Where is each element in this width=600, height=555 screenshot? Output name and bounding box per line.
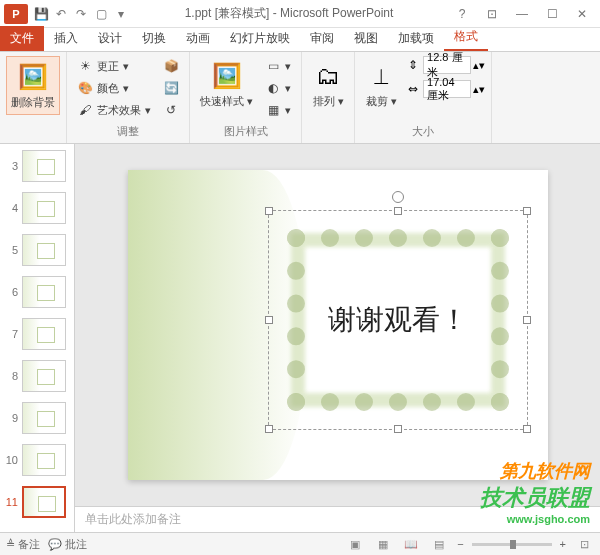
zoom-in-icon[interactable]: + — [560, 538, 566, 550]
crop-label: 裁剪 ▾ — [366, 94, 397, 109]
redo-icon[interactable]: ↷ — [72, 5, 90, 23]
height-value[interactable]: 12.8 厘米 — [423, 56, 471, 74]
thumb-preview[interactable] — [22, 360, 66, 392]
slideshow-view-icon[interactable]: ▤ — [429, 536, 449, 552]
remove-background-label: 删除背景 — [11, 95, 55, 110]
thumb-preview[interactable] — [22, 402, 66, 434]
title-bar: P 💾 ↶ ↷ ▢ ▾ 1.ppt [兼容模式] - Microsoft Pow… — [0, 0, 600, 28]
ribbon: 🖼️ 删除背景 ☀更正 ▾ 🎨颜色 ▾ 🖌艺术效果 ▾ 📦 🔄 ↺ 调整 🖼️ … — [0, 52, 600, 144]
color-button[interactable]: 🎨颜色 ▾ — [73, 78, 155, 98]
resize-handle[interactable] — [394, 425, 402, 433]
quick-styles-button[interactable]: 🖼️ 快速样式 ▾ — [196, 56, 257, 113]
slide[interactable]: 谢谢观看！ — [128, 170, 548, 480]
close-icon[interactable]: ✕ — [568, 4, 596, 24]
window-title: 1.ppt [兼容模式] - Microsoft PowerPoint — [130, 5, 448, 22]
undo-icon[interactable]: ↶ — [52, 5, 70, 23]
thumbnail[interactable]: 3 — [0, 148, 74, 184]
fit-window-icon[interactable]: ⊡ — [574, 536, 594, 552]
thumbnail-active[interactable]: 11 — [0, 484, 74, 520]
width-spinner[interactable]: ⇔ 17.04 厘米 ▴▾ — [405, 80, 485, 98]
slide-title-text: 谢谢观看！ — [328, 301, 468, 339]
maximize-icon[interactable]: ☐ — [538, 4, 566, 24]
slide-canvas-area[interactable]: 谢谢观看！ — [75, 144, 600, 506]
picture-border-button[interactable]: ▭▾ — [261, 56, 295, 76]
notes-toggle[interactable]: ≜ 备注 — [6, 537, 40, 552]
artistic-effects-button[interactable]: 🖌艺术效果 ▾ — [73, 100, 155, 120]
thumb-preview[interactable] — [22, 318, 66, 350]
arrange-label: 排列 ▾ — [313, 94, 344, 109]
compress-button[interactable]: 📦 — [159, 56, 183, 76]
thumb-preview[interactable] — [22, 486, 66, 518]
thumbnail[interactable]: 9 — [0, 400, 74, 436]
minimize-icon[interactable]: — — [508, 4, 536, 24]
remove-background-button[interactable]: 🖼️ 删除背景 — [6, 56, 60, 115]
resize-handle[interactable] — [523, 316, 531, 324]
compress-icon: 📦 — [163, 58, 179, 74]
thumb-preview[interactable] — [22, 150, 66, 182]
reset-picture-button[interactable]: ↺ — [159, 100, 183, 120]
tab-design[interactable]: 设计 — [88, 26, 132, 51]
selected-picture-frame[interactable]: 谢谢观看！ — [268, 210, 528, 430]
spinner-up-down-icon[interactable]: ▴▾ — [473, 59, 485, 72]
tab-addins[interactable]: 加载项 — [388, 26, 444, 51]
width-icon: ⇔ — [405, 81, 421, 97]
corrections-button[interactable]: ☀更正 ▾ — [73, 56, 155, 76]
picture-effects-button[interactable]: ◐▾ — [261, 78, 295, 98]
thumbnail[interactable]: 7 — [0, 316, 74, 352]
thumbnail[interactable]: 8 — [0, 358, 74, 394]
thumb-preview[interactable] — [22, 276, 66, 308]
layout-icon: ▦ — [265, 102, 281, 118]
normal-view-icon[interactable]: ▣ — [345, 536, 365, 552]
rotate-handle[interactable] — [392, 191, 404, 203]
thumb-number: 5 — [4, 244, 18, 256]
resize-handle[interactable] — [265, 207, 273, 215]
slide-editor: 谢谢观看！ 单击此处添加备注 — [75, 144, 600, 532]
picture-layout-button[interactable]: ▦▾ — [261, 100, 295, 120]
resize-handle[interactable] — [523, 207, 531, 215]
ribbon-group-background: 🖼️ 删除背景 — [0, 52, 67, 143]
spinner-up-down-icon[interactable]: ▴▾ — [473, 83, 485, 96]
thumb-number: 6 — [4, 286, 18, 298]
sorter-view-icon[interactable]: ▦ — [373, 536, 393, 552]
floral-frame-image: 谢谢观看！ — [283, 225, 513, 415]
tab-transitions[interactable]: 切换 — [132, 26, 176, 51]
thumbnail[interactable]: 10 — [0, 442, 74, 478]
save-icon[interactable]: 💾 — [32, 5, 50, 23]
tab-insert[interactable]: 插入 — [44, 26, 88, 51]
thumbnail[interactable]: 6 — [0, 274, 74, 310]
resize-handle[interactable] — [523, 425, 531, 433]
resize-handle[interactable] — [394, 207, 402, 215]
tab-animations[interactable]: 动画 — [176, 26, 220, 51]
height-spinner[interactable]: ⇕ 12.8 厘米 ▴▾ — [405, 56, 485, 74]
resize-handle[interactable] — [265, 316, 273, 324]
slideshow-icon[interactable]: ▢ — [92, 5, 110, 23]
tab-format[interactable]: 格式 — [444, 24, 488, 51]
ribbon-group-arrange: 🗂 排列 ▾ — [302, 52, 355, 143]
thumb-preview[interactable] — [22, 234, 66, 266]
ribbon-options-icon[interactable]: ⊡ — [478, 4, 506, 24]
tab-slideshow[interactable]: 幻灯片放映 — [220, 26, 300, 51]
thumb-preview[interactable] — [22, 192, 66, 224]
tab-review[interactable]: 审阅 — [300, 26, 344, 51]
tab-file[interactable]: 文件 — [0, 26, 44, 51]
notes-pane[interactable]: 单击此处添加备注 — [75, 506, 600, 532]
thumb-preview[interactable] — [22, 444, 66, 476]
ribbon-group-adjust: ☀更正 ▾ 🎨颜色 ▾ 🖌艺术效果 ▾ 📦 🔄 ↺ 调整 — [67, 52, 190, 143]
tab-view[interactable]: 视图 — [344, 26, 388, 51]
help-icon[interactable]: ? — [448, 4, 476, 24]
width-value[interactable]: 17.04 厘米 — [423, 80, 471, 98]
slide-thumbnails-panel[interactable]: 3 4 5 6 7 8 9 10 11 — [0, 144, 75, 532]
thumbnail[interactable]: 5 — [0, 232, 74, 268]
change-picture-button[interactable]: 🔄 — [159, 78, 183, 98]
reading-view-icon[interactable]: 📖 — [401, 536, 421, 552]
crop-button[interactable]: ⟂ 裁剪 ▾ — [361, 56, 401, 113]
qat-dropdown-icon[interactable]: ▾ — [112, 5, 130, 23]
comments-toggle[interactable]: 💬 批注 — [48, 537, 87, 552]
resize-handle[interactable] — [265, 425, 273, 433]
arrange-button[interactable]: 🗂 排列 ▾ — [308, 56, 348, 113]
thumbnail[interactable]: 4 — [0, 190, 74, 226]
zoom-slider[interactable] — [472, 543, 552, 546]
zoom-thumb[interactable] — [510, 540, 516, 549]
zoom-out-icon[interactable]: − — [457, 538, 463, 550]
thumb-number: 8 — [4, 370, 18, 382]
